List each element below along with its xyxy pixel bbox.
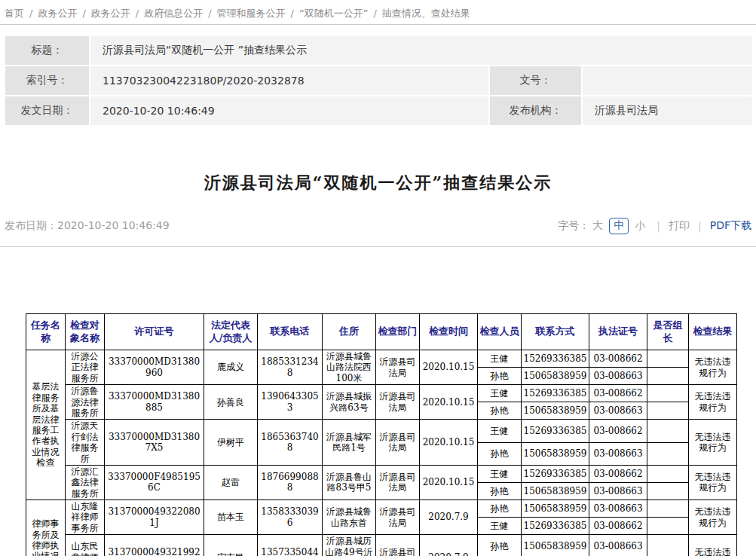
- legal-representative: 宋志民: [204, 535, 258, 556]
- inspection-date: 2020.10.15: [420, 465, 478, 499]
- meta-date-label: 发文日期：: [5, 96, 89, 125]
- enforcement-cert-number: 03-008663: [589, 368, 647, 385]
- inspector-contact: 15269336385: [522, 350, 589, 368]
- inspection-date: 2020.10.15: [420, 385, 478, 420]
- is-team-leader: [647, 482, 689, 499]
- column-header: 检查结果: [689, 314, 737, 350]
- breadcrumb-item[interactable]: 管理和服务公开: [217, 8, 286, 19]
- is-team-leader: [647, 350, 689, 368]
- inspection-date: 2020.10.15: [420, 420, 478, 466]
- meta-agency-label: 发布机构：: [490, 96, 581, 125]
- inspector-name: 王健: [478, 385, 522, 402]
- breadcrumb-item[interactable]: 政务公开: [91, 8, 130, 19]
- header-divider: [0, 246, 756, 247]
- breadcrumb-separator: /: [291, 8, 294, 19]
- meta-agency-value: 沂源县司法局: [583, 96, 752, 125]
- legal-representative: 伊树平: [204, 420, 258, 466]
- inspector-name: 孙艳: [478, 442, 522, 465]
- page-title: 沂源县司法局“双随机一公开”抽查结果公示: [0, 172, 756, 194]
- inspector-name: 孙艳: [478, 535, 522, 556]
- breadcrumb-item[interactable]: 首页: [5, 8, 24, 19]
- breadcrumb-item[interactable]: 政务公开: [38, 8, 77, 19]
- legal-representative: 鹿成义: [204, 350, 258, 385]
- publish-date-value: 2020-10-20 10:46:49: [57, 219, 170, 231]
- license-number: 33370000MD31380885: [105, 385, 204, 420]
- inspector-contact: 15065838959: [522, 535, 589, 556]
- enforcement-cert-number: 03-008663: [589, 535, 647, 556]
- address: 沂源县鲁山路83号甲5: [323, 465, 376, 499]
- inspection-department: 沂源县司法局: [376, 535, 420, 556]
- publish-date: 发布日期：2020-10-20 10:46:49: [5, 219, 170, 233]
- breadcrumb: 首页/政务公开/政务公开/政府信息公开/管理和服务公开/“双随机一公开”/抽查情…: [0, 0, 756, 25]
- inspector-contact: 15269336385: [522, 518, 589, 535]
- column-header: 任务名称: [26, 314, 66, 350]
- column-header: 检查时间: [420, 314, 478, 350]
- license-number: 33370000F49851956C: [105, 465, 204, 499]
- table-row: 山东民意律师事务所31370000493219923R宋志民1357335044…: [26, 535, 737, 556]
- address: 沂源县城鲁山路东首: [323, 500, 376, 535]
- font-size-small-button[interactable]: 小: [635, 219, 645, 233]
- inspection-result: 无违法违规行为: [689, 535, 737, 556]
- inspection-result: 无违法违规行为: [689, 350, 737, 385]
- inspection-department: 沂源县司法局: [376, 420, 420, 466]
- inspection-table: 任务名称检查对象名称许可证号法定代表人/负责人联系电话住所检查部门检查时间检查人…: [26, 313, 737, 556]
- inspector-name: 孙艳: [478, 500, 522, 518]
- inspector-contact: 15269336385: [522, 420, 589, 442]
- is-team-leader: [647, 402, 689, 420]
- object-name: 沂源公正法律服务所: [66, 350, 105, 385]
- contact-phone: 13906433053: [258, 385, 323, 420]
- inspector-contact: 15065838959: [522, 402, 589, 420]
- breadcrumb-item[interactable]: “双随机一公开”: [299, 8, 368, 19]
- enforcement-cert-number: 03-008662: [589, 465, 647, 482]
- object-name: 沂源汇鑫法律服务所: [66, 465, 105, 499]
- is-team-leader: [647, 518, 689, 535]
- object-name: 山东隆祥律师事务所: [66, 500, 105, 535]
- address: 沂源县城鲁山路法院西100米: [323, 350, 376, 385]
- enforcement-cert-number: 03-008662: [589, 518, 647, 535]
- legal-representative: 赵雷: [204, 465, 258, 499]
- article-toolbar: 字号： 大 中 小 | 打印 | PDF下载: [558, 218, 751, 234]
- font-size-large-button[interactable]: 大: [592, 219, 603, 233]
- breadcrumb-item: 抽查情况、查处结果: [382, 8, 470, 19]
- enforcement-cert-number: 03-008663: [589, 482, 647, 499]
- meta-row-title: 标题： 沂源县司法局“双随机一公开 ”抽查结果公示: [5, 36, 752, 65]
- table-row: 律师事务所及律师执业情况山东隆祥律师事务所31370000493220801J苗…: [26, 500, 737, 518]
- column-header: 检查对象名称: [66, 314, 105, 350]
- inspection-department: 沂源县司法局: [376, 385, 420, 420]
- inspector-name: 孙艳: [478, 402, 522, 420]
- table-row: 沂源天行剑法律服务所33370000MD313807X5伊树平186536374…: [26, 420, 737, 442]
- column-header: 检查部门: [376, 314, 420, 350]
- publish-toolbar-row: 发布日期：2020-10-20 10:46:49 字号： 大 中 小 | 打印 …: [0, 218, 756, 234]
- column-header: 检查人员: [478, 314, 522, 350]
- font-size-medium-button[interactable]: 中: [609, 218, 629, 234]
- meta-title-label: 标题：: [5, 36, 89, 65]
- column-header: 法定代表人/负责人: [204, 314, 258, 350]
- meta-row-date: 发文日期： 2020-10-20 10:46:49 发布机构： 沂源县司法局: [5, 96, 752, 125]
- address: 沂源县城历山路49号沂源商务大厦B座16楼: [323, 535, 376, 556]
- legal-representative: 苗本玉: [204, 500, 258, 535]
- legal-representative: 孙善良: [204, 385, 258, 420]
- inspector-name: 孙艳: [478, 368, 522, 385]
- font-size-label: 字号：: [558, 219, 589, 233]
- enforcement-cert-number: 03-008663: [589, 402, 647, 420]
- inspector-contact: 15065838959: [522, 482, 589, 499]
- print-button[interactable]: 打印: [669, 219, 690, 233]
- meta-index-value: 11370323004223180P/2020-2032878: [90, 66, 488, 95]
- contact-phone: 18853312348: [258, 350, 323, 385]
- enforcement-cert-number: 03-008662: [589, 420, 647, 442]
- task-name: 律师事务所及律师执业情况: [26, 500, 66, 556]
- inspector-contact: 15065838959: [522, 500, 589, 518]
- meta-row-index: 索引号： 11370323004223180P/2020-2032878 文号：: [5, 66, 752, 95]
- pdf-download-link[interactable]: PDF下载: [710, 219, 751, 233]
- inspection-result: 无违法违规行为: [689, 420, 737, 466]
- contact-phone: 13573350446: [258, 535, 323, 556]
- is-team-leader: [647, 465, 689, 482]
- is-team-leader: [647, 442, 689, 465]
- inspection-result: 无违法违规行为: [689, 465, 737, 499]
- breadcrumb-item[interactable]: 政府信息公开: [144, 8, 203, 19]
- meta-docno-value: [583, 66, 752, 95]
- is-team-leader: [647, 368, 689, 385]
- inspection-result: 无违法违规行为: [689, 385, 737, 420]
- publish-date-label: 发布日期：: [5, 219, 57, 231]
- contact-phone: 18653637408: [258, 420, 323, 466]
